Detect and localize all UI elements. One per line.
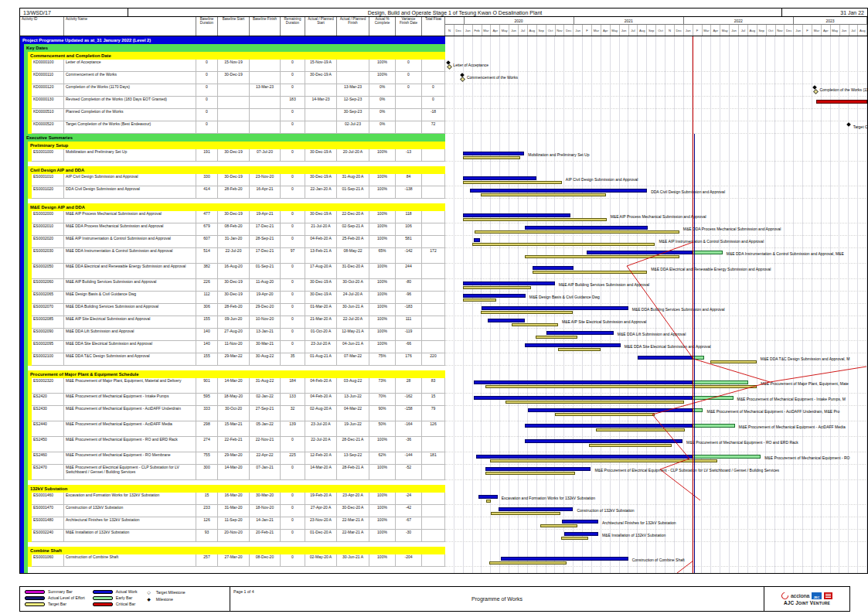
cell-remaining-duration: 0 (281, 505, 305, 517)
cell-remaining-duration: 0 (281, 174, 305, 186)
cell-baseline-duration: 679 (196, 223, 218, 236)
cell-baseline-start: 15-Nov-19 (218, 60, 250, 72)
cell-baseline-finish: 22-Nov-21 (250, 437, 281, 452)
actual-work-bar (485, 467, 591, 471)
cell-remaining-duration: 0 (281, 493, 305, 505)
column-header-remaining-duration: Remaining Duration (281, 17, 305, 36)
target-bar (536, 336, 577, 339)
cell-baseline-duration: 226 (196, 279, 218, 292)
month-label: Aug (528, 25, 537, 36)
gantt-chart-cell: M&E Procurement of Major Plant, Equipmen… (445, 378, 867, 394)
cell-baseline-duration: 140 (196, 341, 218, 353)
cell-baseline-duration: 140 (196, 329, 218, 341)
cell-remaining-duration: 0 (281, 186, 305, 199)
bar-label: DDA Civil Design Submission and Approval (651, 189, 725, 194)
table-row: KD0000520Target Completion of the Works … (20, 121, 867, 134)
cell-total-float (422, 505, 445, 517)
actual-work-bar (476, 455, 693, 459)
cell-variance-finish-date: -52 (396, 465, 422, 480)
bar-label: M&E Procurement of Mechanical Equipment … (737, 397, 846, 401)
bar-label: M&E Procurement of Mechanical Equipment … (739, 425, 846, 429)
target-bar (561, 537, 589, 540)
cell-activity-id: ES0002010 (32, 223, 64, 236)
table-row: ES2470M&E Procurement of Electrical Equi… (20, 465, 867, 480)
cell-actual-pct-complete: 100% (369, 223, 396, 236)
cell-activity-name: Completion of the Works (1170 Days) (64, 84, 196, 97)
gantt-chart-cell: M&E AIP Building Services Submission and… (445, 279, 867, 292)
actual-work-bar (546, 331, 614, 335)
cell-actual-planned-finish: 02-Sep-21 A (337, 223, 369, 236)
cell-baseline-duration: 155 (196, 316, 218, 329)
cell-baseline-start: 28-Feb-20 (218, 304, 250, 316)
legend-item: Critical Bar (93, 602, 138, 606)
cell-actual-pct-complete: 100% (369, 174, 396, 186)
gantt-chart-cell: M&E Procurement of Mechanical Equipment … (445, 437, 867, 452)
cell-remaining-duration: 32 (281, 406, 305, 421)
cell-actual-pct-complete: 0% (369, 109, 396, 121)
subsection-band: Commencement and Completion Date (20, 52, 867, 60)
cell-actual-planned-finish: 24-Jul-20 A (337, 292, 369, 304)
jec-logo: JEC (812, 592, 822, 599)
table-row: ES0002095M&E DDA Site Electrical Submiss… (20, 341, 867, 353)
cell-baseline-finish: 14-Jan-21 (250, 517, 281, 530)
schedule-area: Activity IDActivity NameBaseline Duratio… (19, 17, 868, 574)
cell-baseline-duration: 0 (196, 84, 218, 97)
bar-label: M&E Procurement of Mechanical Equipment … (764, 455, 849, 460)
actual-work-bar (463, 213, 570, 217)
cell-activity-name: Revised Completion of the Works (183 Day… (64, 97, 196, 109)
gantt-chart-cell (445, 109, 867, 121)
actual-work-bar (528, 408, 693, 412)
cell-variance-finish-date (396, 109, 422, 121)
month-label: Jul (739, 25, 748, 36)
table-row: KD0000100Letter of Acceptance015-Nov-190… (20, 60, 867, 72)
cell-actual-planned-start: 30-Dec-19 A (305, 292, 337, 304)
timescale-header: 2020202120222023 NDecJanFebMarAprMayJunJ… (445, 17, 867, 36)
cell-activity-id: ES2420 (32, 394, 64, 406)
cell-activity-name: M&E DDA Building Services Submission and… (64, 304, 196, 316)
month-label: Dec (675, 25, 684, 36)
table-row: ES0002050M&E DDA Electrical and Renewabl… (20, 264, 867, 279)
bar-label: M&E DDA Process Mechanical Submission an… (683, 227, 781, 231)
target-bar (525, 255, 679, 258)
cell-total-float: 181 (422, 452, 445, 465)
table-row: ES0001470Construction of 132kV Substatio… (20, 505, 867, 517)
cell-remaining-duration: 0 (281, 236, 305, 248)
actual-work-bar (488, 319, 525, 322)
cell-baseline-start: 20-Nov-20 (218, 530, 250, 542)
bar-label: Completion of the Works (1170 Days) (819, 87, 867, 92)
cell-activity-name: M&E Installation of 132kV Substation (64, 530, 196, 542)
gantt-chart-cell: Architectural Finishes for 132kV Substat… (445, 517, 867, 530)
cell-baseline-start: 08-Feb-20 (218, 223, 250, 236)
target-bar (512, 323, 558, 326)
cell-variance-finish-date: -30 (396, 530, 422, 542)
gantt-chart-cell: M&E DDA T&C Design Submission and Approv… (445, 353, 867, 366)
cell-baseline-start: 27-Mar-20 (218, 554, 250, 567)
cell-baseline-start: 11-Nov-20 (218, 341, 250, 353)
cell-actual-pct-complete: 73% (369, 378, 396, 394)
cell-actual-planned-start: 23-Nov-20 A (305, 517, 337, 530)
cell-variance-finish-date: -96 (396, 292, 422, 304)
cell-actual-planned-start: 21-Jul-20 A (305, 223, 337, 236)
month-label: Jun (509, 25, 519, 36)
month-label: May (500, 25, 509, 36)
cell-activity-id: ES2440 (32, 421, 64, 437)
cell-variance-finish-date: -142 (396, 248, 422, 264)
cell-baseline-duration: 901 (196, 378, 218, 394)
cell-baseline-duration: 126 (196, 517, 218, 530)
cell-actual-pct-complete: 100% (369, 279, 396, 292)
target-bar (555, 413, 655, 416)
column-header-activity-name: Activity Name (64, 17, 196, 36)
table-row: ES0001000Mobilization and Preliminary Se… (20, 149, 867, 162)
bar-label: Mobilization and Preliminary Set Up (528, 152, 589, 157)
gantt-chart-cell: M&E DDA Process Mechanical Submission an… (445, 223, 867, 236)
table-row: ES0002020M&E AIP Instrumentation & Contr… (20, 236, 867, 248)
company-logos: acciona JEC AJC JOINT VENTURE (764, 587, 849, 611)
cell-actual-pct-complete: 90% (369, 406, 396, 421)
cell-baseline-start: 31-Mar-20 (218, 505, 250, 517)
bar-label: M&E AIP Instrumentation & Control Submis… (659, 239, 764, 244)
cell-baseline-finish: 20-Feb-21 (250, 530, 281, 542)
gantt-chart-cell: Construction of 132kV Substation (445, 505, 867, 517)
cell-actual-pct-complete: 100% (369, 72, 396, 84)
cell-actual-planned-finish: 19-Jun-22 (337, 421, 369, 437)
cell-actual-planned-finish: 22-Mar-21 A (337, 517, 369, 530)
